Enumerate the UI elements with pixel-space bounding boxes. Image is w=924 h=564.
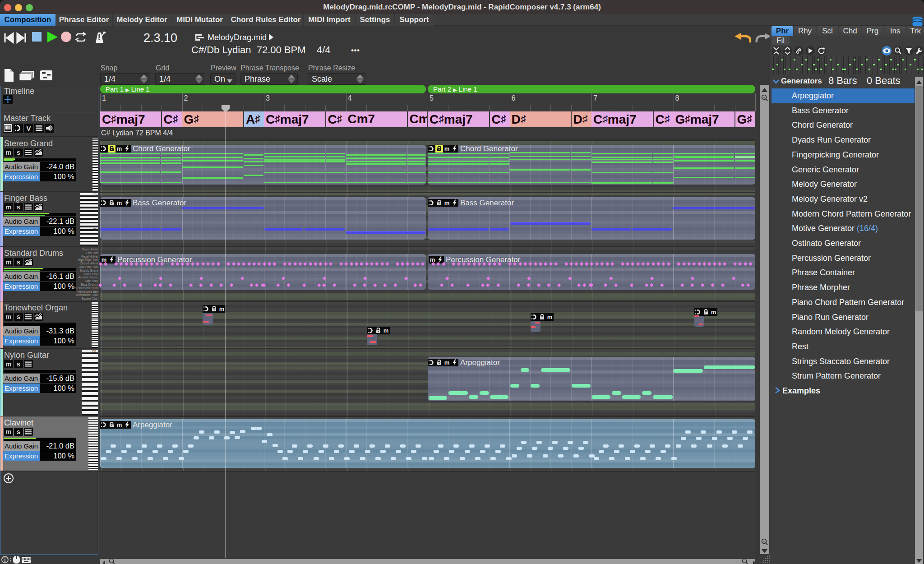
svg-text:V: V	[26, 125, 31, 132]
